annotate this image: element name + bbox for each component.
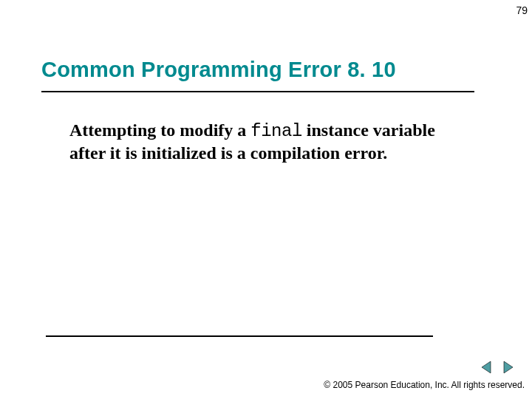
body-code: final bbox=[250, 121, 302, 141]
title-underline bbox=[41, 91, 474, 92]
triangle-left-icon bbox=[480, 361, 494, 374]
slide-nav bbox=[479, 359, 516, 375]
svg-marker-0 bbox=[482, 361, 491, 373]
page-number: 79 bbox=[516, 4, 528, 16]
slide-title: Common Programming Error 8. 10 bbox=[41, 58, 396, 82]
body-text: Attempting to modify a final instance va… bbox=[69, 120, 446, 164]
body-pre: Attempting to modify a bbox=[69, 120, 250, 140]
prev-slide-button[interactable] bbox=[479, 359, 495, 375]
svg-marker-1 bbox=[504, 361, 513, 373]
next-slide-button[interactable] bbox=[499, 359, 516, 375]
triangle-right-icon bbox=[501, 361, 514, 374]
copyright-text: © 2005 Pearson Education, Inc. All right… bbox=[324, 380, 525, 390]
bottom-rule bbox=[46, 335, 433, 337]
